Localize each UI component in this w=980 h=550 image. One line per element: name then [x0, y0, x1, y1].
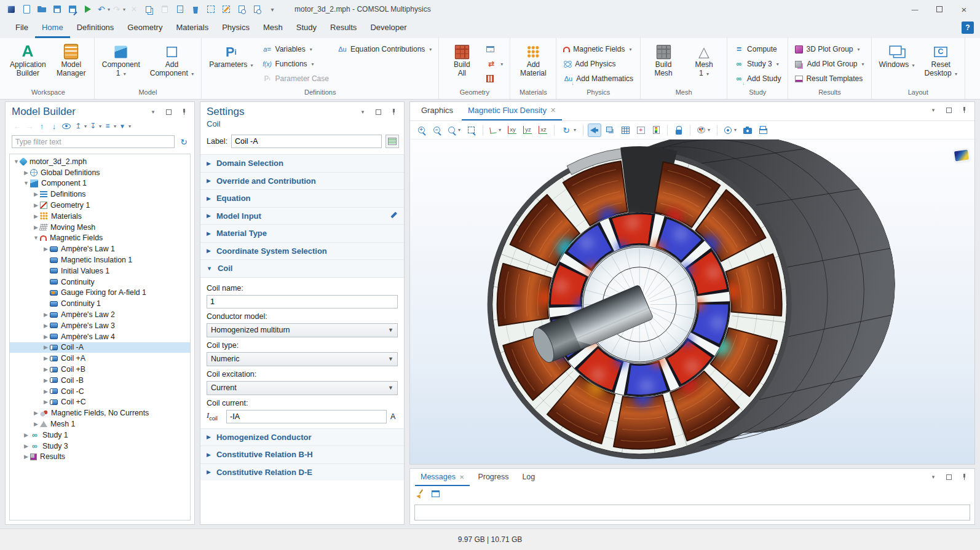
tree-item-amp-re-s-law-4[interactable]: ▶Ampère's Law 4 [10, 331, 190, 342]
open-button[interactable] [34, 2, 49, 17]
transparency-button[interactable] [603, 124, 617, 137]
maximize-button[interactable] [927, 1, 952, 18]
reset-desktop-button[interactable]: CResetDesktop ▾ [921, 41, 961, 80]
chevron-right-icon[interactable]: ▶ [32, 410, 40, 416]
clear-messages-button[interactable] [415, 488, 426, 499]
filter-button[interactable]: ▼▾ [117, 120, 131, 132]
equation-contributions-button[interactable]: ΔuEquation Contributions▾ [334, 42, 435, 57]
add-material-button[interactable]: AddMaterial [514, 41, 552, 79]
chevron-right-icon[interactable]: ▶ [22, 170, 30, 176]
chevron-right-icon[interactable]: ▶ [22, 443, 30, 449]
clear-selection-button[interactable] [219, 2, 234, 17]
coil-excitation-select[interactable]: Current▼ [207, 381, 398, 395]
zoom-box-button[interactable]: ▾ [446, 124, 463, 137]
expand-button[interactable]: ↥▾ [73, 120, 87, 132]
chevron-right-icon[interactable]: ▶ [22, 454, 30, 460]
application-builder-button[interactable]: AApplicationBuilder [6, 41, 50, 79]
chevron-down-button[interactable]: ▾ [928, 471, 939, 482]
chevron-right-icon[interactable]: ▶ [42, 246, 50, 252]
chevron-right-icon[interactable]: ▶ [42, 312, 50, 318]
tree-item-coil-a[interactable]: ▶Coil -A [10, 342, 190, 353]
tree-item-geometry-1[interactable]: ▶Geometry 1 [10, 200, 190, 211]
chevron-right-icon[interactable]: ▶ [32, 202, 40, 208]
section-equation[interactable]: ▶Equation [200, 189, 404, 207]
tree-item-definitions[interactable]: ▶Definitions [10, 189, 190, 200]
tree-item-mesh-1[interactable]: ▶Mesh 1 [10, 418, 190, 430]
open-in-window-button[interactable] [430, 488, 441, 499]
section-material-type[interactable]: ▶Material Type [200, 224, 404, 242]
geometry-insert-icon-button[interactable] [483, 42, 506, 57]
geometry-rebuild-icon-button[interactable]: ⇄▾ [483, 57, 506, 71]
view-xz-button[interactable]: xz [536, 124, 550, 137]
result-templates-button[interactable]: Result Templates [792, 71, 867, 86]
model-manager-button[interactable]: ModelManager [52, 41, 90, 79]
help-button[interactable]: ? [962, 22, 974, 34]
tree-item-magnetic-fields-no-currents[interactable]: ▶Magnetic Fields, No Currents [10, 407, 190, 418]
windows--button[interactable]: Windows ▾ [875, 41, 919, 72]
app-button[interactable] [4, 2, 18, 17]
color-legend-button[interactable] [649, 124, 663, 137]
chevron-right-icon[interactable]: ▶ [42, 355, 50, 361]
close-button[interactable]: × [952, 1, 976, 18]
undo-button[interactable]: ↶▾ [96, 2, 111, 17]
3d-plot-group-button[interactable]: 3D Plot Group▾ [792, 42, 867, 57]
tree-item-gauge-fixing-for-a-field-1[interactable]: Gauge Fixing for A-field 1 [10, 288, 190, 299]
chevron-right-icon[interactable]: ▶ [42, 388, 50, 395]
chevron-right-icon[interactable]: ▶ [32, 213, 40, 219]
zoom-in-button[interactable]: + [415, 124, 429, 137]
environment-button[interactable]: ▾ [722, 124, 739, 137]
pin-button[interactable] [388, 106, 399, 117]
compute-button[interactable]: =Compute [731, 42, 784, 57]
section-constitutive-relation-d-e[interactable]: ▶Constitutive Relation D-E [200, 463, 404, 481]
add-mathematics-button[interactable]: ΔuAdd Mathematics [560, 71, 636, 86]
float-button[interactable] [373, 106, 384, 117]
chevron-right-icon[interactable]: ▶ [42, 366, 50, 372]
tree-item-coil-+b[interactable]: ▶Coil +B [10, 364, 190, 375]
grid-button[interactable] [618, 124, 632, 137]
show-button[interactable] [61, 120, 72, 132]
menu-item-results[interactable]: Results [323, 18, 363, 38]
graphics-canvas[interactable] [410, 139, 974, 464]
menu-item-geometry[interactable]: Geometry [121, 18, 169, 38]
move-down-button[interactable]: ↓ [49, 120, 60, 132]
variables-button[interactable]: a=Variables▾ [259, 42, 332, 57]
tree-item-coil-c[interactable]: ▶Coil -C [10, 386, 190, 397]
study-3-button[interactable]: ∞Study 3▾ [731, 57, 784, 71]
tab-magnetic-flux-density[interactable]: Magnetic Flux Density✕ [462, 102, 562, 120]
tree-filter-input[interactable] [12, 135, 175, 148]
section-coordinate-system-selection[interactable]: ▶Coordinate System Selection [200, 242, 404, 260]
minimize-button[interactable]: — [903, 1, 927, 18]
qat-customize-button[interactable]: ▾ [265, 2, 280, 17]
coil-label-input[interactable] [231, 135, 382, 148]
section-constitutive-relation-b-h[interactable]: ▶Constitutive Relation B-H [200, 446, 404, 463]
geometry-measure-icon-button[interactable] [483, 71, 506, 86]
chevron-right-icon[interactable]: ▶ [32, 191, 40, 197]
section-override-and-contribution[interactable]: ▶Override and Contribution [200, 172, 404, 190]
tree-item-moving-mesh[interactable]: ▶Moving Mesh [10, 222, 190, 233]
save-button[interactable] [50, 2, 65, 17]
menu-item-mesh[interactable]: Mesh [256, 18, 290, 38]
tree-item-study-3[interactable]: ▶∞Study 3 [10, 441, 190, 452]
mesh-1-button[interactable]: △Mesh1 ▾ [685, 41, 723, 80]
tree-item-coil-+c[interactable]: ▶Coil +C [10, 397, 190, 408]
section-model-input[interactable]: ▶Model Input [200, 207, 404, 225]
tree-item-amp-re-s-law-3[interactable]: ▶Ampère's Law 3 [10, 320, 190, 331]
chevron-right-icon[interactable]: ▶ [42, 334, 50, 340]
tree-item-results[interactable]: ▶Results [10, 452, 190, 463]
search-model-button[interactable] [250, 2, 264, 17]
menu-item-home[interactable]: Home [35, 18, 70, 38]
collapse-button[interactable]: ↧▾ [88, 120, 101, 132]
add-physics-button[interactable]: Add Physics [560, 57, 636, 71]
chevron-down-button[interactable]: ▾ [357, 106, 368, 117]
menu-item-file[interactable]: File [9, 18, 35, 38]
tree-item-coil-b[interactable]: ▶Coil -B [10, 375, 190, 386]
tree-item-study-1[interactable]: ▶∞Study 1 [10, 430, 190, 441]
tab-progress[interactable]: Progress [472, 469, 514, 486]
plot-thumbnail-icon[interactable] [954, 150, 969, 162]
magnetic-fields-button[interactable]: Magnetic Fields▾ [560, 42, 636, 57]
tree-item-magnetic-insulation-1[interactable]: Magnetic Insulation 1 [10, 254, 190, 265]
component-1-button[interactable]: Component1 ▾ [98, 41, 144, 80]
chevron-right-icon[interactable]: ▶ [32, 421, 40, 427]
menu-item-study[interactable]: Study [290, 18, 323, 38]
rotate-button[interactable]: ↻▾ [559, 124, 579, 137]
